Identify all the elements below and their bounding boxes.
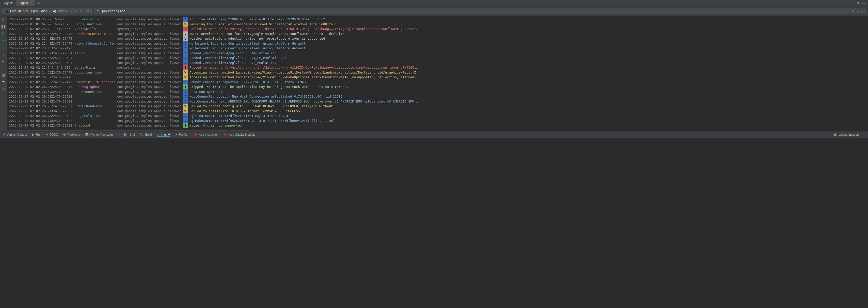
play-icon: ▶ — [32, 133, 34, 136]
log-row[interactable]: 2022-12-29 01:00:55.790 1639-1855EGL_emu… — [7, 17, 868, 22]
log-tag: OpenGLRenderer — [74, 104, 117, 109]
device-select-dropdown[interactable]: 📱 Pixel XL API 31 (emulator-5554) Androi… — [2, 8, 92, 14]
screen-record-icon[interactable]: 🎥 — [1, 87, 6, 91]
log-message: Skipped 154 frames! The application may … — [189, 85, 868, 89]
log-row[interactable]: 2022-12-29 02:02:23.40222470-22470com.go… — [7, 46, 868, 51]
favorite-filter-icon[interactable]: ☆ — [857, 9, 860, 13]
statusbar-layout-inspector[interactable]: ◧ Layout Inspector — [834, 133, 861, 136]
log-row[interactable]: 2022-12-29 02:02:23.67322470-22584com.go… — [7, 60, 868, 65]
filter-input[interactable] — [101, 9, 850, 13]
statusbar-item-label: Logcat — [161, 133, 170, 136]
log-row[interactable]: 2022-12-29 02:02:23.40222470-22470Networ… — [7, 41, 868, 46]
horizontal-scrollbar[interactable] — [7, 130, 868, 131]
log-tag: HostConnection — [74, 89, 117, 94]
log-timestamp: 2022-12-29 02:02:26.715 — [9, 118, 51, 123]
log-level-badge: D — [183, 94, 188, 99]
statusbar-item-label: Run — [36, 133, 41, 136]
log-package: com.google.samples.apps.sunflower — [117, 41, 182, 46]
log-row[interactable]: 2022-12-29 02:02:26.57922470-22582HostCo… — [7, 89, 868, 94]
log-output-area[interactable]: 2022-12-29 01:00:55.790 1639-1855EGL_emu… — [7, 16, 868, 131]
statusbar-app-inspection[interactable]: 🐞 App Inspection — [193, 133, 218, 136]
log-timestamp: 2022-12-29 01:01:04.770 — [9, 22, 51, 27]
statusbar-terminal[interactable]: >_ Terminal — [118, 133, 135, 136]
log-message: Accessing hidden method Landroid/view/Vi… — [189, 70, 868, 75]
log-row[interactable]: 2022-12-29 02:02:26.58422470-22582com.go… — [7, 94, 868, 99]
minimize-icon[interactable]: — — [862, 1, 866, 5]
filter-bar: 📱 Pixel XL API 31 (emulator-5554) Androi… — [0, 6, 868, 16]
statusbar-app-quality[interactable]: 🐞 App Quality Insights — [223, 133, 255, 136]
statusbar-run[interactable]: ▶ Run — [32, 133, 41, 136]
log-pid-tid: 22470-22584 — [51, 51, 74, 56]
next-icon[interactable]: ↓ — [1, 52, 6, 57]
log-tag — [74, 46, 117, 51]
statusbar-item-label: Version Control — [7, 133, 27, 136]
log-row[interactable]: 2022-12-29 02:02:24.32822470-22470com.go… — [7, 75, 868, 80]
split-icon[interactable]: ◫ — [1, 73, 6, 77]
log-timestamp: 2022-12-29 02:02:26.699 — [9, 99, 51, 104]
log-row[interactable]: 2022-12-29 02:02:23.66422470-22584com.go… — [7, 56, 868, 60]
log-row[interactable]: 2022-12-29 02:02:26.80322470-22582Grallo… — [7, 123, 868, 128]
log-pid-tid: 22470-22582 — [51, 118, 74, 123]
log-row[interactable]: 2022-12-29 02:02:26.15522470-22470Choreo… — [7, 85, 868, 89]
soft-wrap-icon[interactable]: ↩ — [1, 59, 6, 63]
statusbar-problems[interactable]: ⊘ Problems — [63, 133, 80, 136]
statusbar-python-packages[interactable]: 📦 Python Packages — [85, 133, 114, 136]
log-tag: libEGL — [74, 51, 117, 56]
log-package: system_server — [117, 65, 182, 70]
gear-icon[interactable]: ⚙ — [856, 1, 859, 5]
log-message: Failed to measure fs-verity, errno 1: /d… — [189, 65, 868, 70]
log-tag: NetworkSecurityConfig — [74, 41, 117, 46]
statusbar-logcat[interactable]: ≣ Logcat — [157, 132, 170, 137]
logcat-toolbar: 🗑 ❚❚ ↻ ⇥ ↑ ↓ ↩ ≣ ◫ 📷 🎥 — [0, 16, 7, 131]
log-row[interactable]: 2022-12-29 02:02:23.199 546-603VerityUti… — [7, 27, 868, 31]
log-row[interactable]: 2022-12-29 02:02:26.69922470-22582com.go… — [7, 99, 868, 104]
previous-icon[interactable]: ↑ — [1, 45, 6, 50]
logcat-icon: ≣ — [157, 132, 159, 136]
scrollbar-thumb[interactable] — [9, 130, 250, 131]
log-package: com.google.samples.apps.sunflower — [117, 31, 182, 36]
log-pid-tid: 22470-22582 — [51, 89, 74, 94]
log-row[interactable]: 2022-12-29 02:02:25.69022470-22470Compat… — [7, 80, 868, 85]
scroll-to-end-icon[interactable]: ⇥ — [1, 38, 6, 42]
statusbar-item-label: Profiler — [179, 133, 188, 136]
help-icon[interactable]: ? — [862, 9, 863, 13]
add-tab-button[interactable]: + — [38, 1, 40, 5]
log-row[interactable]: 2022-12-29 02:02:26.71522470-22582com.go… — [7, 118, 868, 123]
log-pid-tid: 22470-22584 — [51, 56, 74, 60]
log-row[interactable]: 2022-12-29 02:02:24.32722470-22470.apps.… — [7, 70, 868, 75]
clear-icon[interactable]: 🗑 — [1, 17, 6, 22]
clear-filter-icon[interactable]: ✕ — [852, 9, 855, 13]
screenshot-icon[interactable]: 📷 — [1, 80, 6, 84]
view-options-icon[interactable]: ≣ — [1, 66, 6, 70]
log-pid-tid: 22470-22582 — [51, 99, 74, 104]
log-row[interactable]: 2022-12-29 02:02:23.743 546-603VerityUti… — [7, 65, 868, 70]
log-timestamp: 2022-12-29 02:02:26.711 — [9, 109, 51, 114]
statusbar-todo[interactable]: ≡ TODO — [46, 133, 58, 136]
restart-icon[interactable]: ↻ — [1, 31, 6, 36]
close-tab-icon[interactable]: ✕ — [30, 1, 33, 5]
log-row[interactable]: 2022-12-29 02:02:26.71322470-22582EGL_em… — [7, 114, 868, 118]
log-timestamp: 2022-12-29 02:02:26.584 — [9, 94, 51, 99]
log-row[interactable]: 2022-12-29 02:02:26.70922470-22582OpenGL… — [7, 104, 868, 109]
log-timestamp: 2022-12-29 02:02:23.402 — [9, 46, 51, 51]
statusbar-item-label: App Inspection — [199, 133, 218, 136]
statusbar-profiler[interactable]: ◔ Profiler — [175, 133, 188, 136]
log-tag — [74, 118, 117, 123]
log-package: com.google.samples.apps.sunflower — [117, 22, 182, 27]
log-timestamp: 2022-12-29 02:02:24.327 — [9, 70, 51, 75]
log-tag: EGL_emulation — [74, 17, 117, 22]
log-row[interactable]: 2022-12-29 02:02:23.40022470-22470Graphi… — [7, 31, 868, 36]
log-message: Compat change id reported: 171228096; UI… — [189, 80, 868, 85]
log-pid-tid: 22470-22582 — [51, 109, 74, 114]
tab-logcat[interactable]: Logcat ✕ — [16, 0, 35, 6]
statusbar-version-control[interactable]: ⇄ Version Control — [2, 133, 27, 136]
log-level-badge: I — [183, 85, 188, 89]
log-row[interactable]: 2022-12-29 02:02:26.71122470-22582com.go… — [7, 109, 868, 114]
log-row[interactable]: 2022-12-29 02:02:23.40022470-22470com.go… — [7, 36, 868, 41]
statusbar-build[interactable]: 🔨 Build — [140, 133, 152, 136]
log-row[interactable]: 2022-12-29 02:02:23.62122470-22584libEGL… — [7, 51, 868, 56]
log-message: loaded /vendor/lib64/egl/libGLESv2_emula… — [189, 60, 868, 65]
pause-icon[interactable]: ❚❚ — [1, 24, 6, 29]
package-icon: 📦 — [85, 133, 89, 136]
log-row[interactable]: 2022-12-29 01:01:04.770 1639-1675.apps.s… — [7, 22, 868, 27]
